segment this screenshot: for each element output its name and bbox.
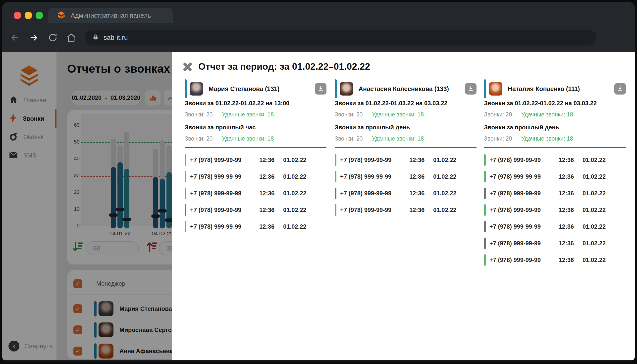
call-status-bar [484,188,486,199]
call-row[interactable]: +7 (978) 999-99-9912:3601.02.22 [484,204,626,216]
report-title: Отчет за период: за 01.02.22–01.02.22 [198,62,370,72]
calls-list: +7 (978) 999-99-9912:3601.02.22+7 (978) … [484,154,626,266]
success-calls-count: Удачные звонки: 18 [521,111,573,118]
call-date: 01.02.22 [582,240,606,247]
browser-tab[interactable]: Административная панель [48,8,173,23]
call-status-bar [335,188,336,199]
call-row[interactable]: +7 (978) 999-99-9912:3601.02.22 [185,187,326,200]
download-report-button[interactable] [315,83,326,94]
report-section-stats: Звонки: 20Удачные звонки: 18 [185,111,326,118]
calls-count: Звонки: 20 [484,111,521,118]
column-divider [484,147,626,148]
call-phone: +7 (978) 999-99-99 [490,206,558,214]
success-calls-count: Удачные звонки: 18 [372,111,424,118]
home-button[interactable] [64,30,78,44]
calls-list: +7 (978) 999-99-9912:3601.02.22+7 (978) … [185,154,326,233]
call-time: 12:36 [259,190,278,197]
call-phone: +7 (978) 999-99-99 [190,206,259,214]
call-time: 12:36 [409,173,428,180]
manager-name: Мария Степанова (131) [208,85,280,92]
reload-button[interactable] [46,30,60,44]
report-column: Анастасия Колесникова (133)Звонки за 01.… [335,79,476,220]
report-section-stats: Звонки: 20Удачные звонки: 18 [484,135,626,142]
manager-name: Наталия Копаенко (111) [508,85,580,92]
call-row[interactable]: +7 (978) 999-99-9912:3601.02.22 [185,204,326,216]
success-calls-count: Удачные звонки: 18 [222,135,274,142]
report-section-title: Звонки за 01.02.22-01.02.22 на 13:00 [185,100,326,107]
download-report-button[interactable] [614,83,626,94]
call-row[interactable]: +7 (978) 999-99-9912:3601.02.22 [185,220,326,233]
call-phone: +7 (978) 999-99-99 [490,190,558,197]
window-bottom-bezel [2,360,635,362]
calls-count: Звонки: 20 [484,135,521,142]
call-phone: +7 (978) 999-99-99 [490,256,558,264]
call-row[interactable]: +7 (978) 999-99-9912:3601.02.22 [484,254,626,266]
report-section-title: Звонки за прошлый день [335,124,476,131]
call-time: 12:36 [558,223,578,230]
manager-avatar [489,82,502,96]
call-time: 12:36 [558,256,578,264]
call-row[interactable]: +7 (978) 999-99-9912:3601.02.22 [484,237,626,250]
window-zoom-button[interactable] [36,12,43,19]
window-minimize-button[interactable] [25,12,32,19]
call-row[interactable]: +7 (978) 999-99-9912:3601.02.22 [335,154,476,166]
favicon-layers-icon [57,11,66,21]
call-date: 01.02.22 [582,223,606,230]
call-time: 12:36 [259,173,278,180]
call-row[interactable]: +7 (978) 999-99-9912:3601.02.22 [335,204,476,216]
column-divider [185,147,326,148]
call-status-bar [335,204,336,216]
call-status-bar [484,238,486,249]
call-status-bar [185,188,186,199]
call-row[interactable]: +7 (978) 999-99-9912:3601.02.22 [484,154,626,166]
download-icon [468,85,474,92]
call-time: 12:36 [259,223,278,230]
call-row[interactable]: +7 (978) 999-99-9912:3601.02.22 [185,170,326,183]
call-date: 01.02.22 [582,206,606,214]
call-phone: +7 (978) 999-99-99 [340,190,409,197]
calls-count: Звонки: 20 [185,111,222,118]
page-viewport: ГлавнаяЗвонкиOkdeskSMS ‹ Свернуть Отчеты… [2,52,635,360]
report-drawer: Отчет за период: за 01.02.22–01.02.22 Ма… [172,52,635,360]
tab-title: Административная панель [71,12,151,20]
call-phone: +7 (978) 999-99-99 [190,173,259,180]
close-icon[interactable] [183,62,192,72]
url-bar[interactable]: sab-it.ru [84,30,596,46]
report-column-header: Мария Степанова (131) [185,79,326,98]
call-date: 01.02.22 [283,156,306,164]
call-status-bar [185,204,186,216]
back-button[interactable] [8,30,22,44]
report-section-title: Звонки за 01.02.22-01.03.22 на 03.03.22 [335,100,476,107]
call-phone: +7 (978) 999-99-99 [490,240,558,247]
call-date: 01.02.22 [433,190,456,197]
call-date: 01.02.22 [283,206,306,214]
column-divider [335,147,476,148]
calls-list: +7 (978) 999-99-9912:3601.02.22+7 (978) … [335,154,476,216]
forward-button[interactable] [27,30,41,44]
call-time: 12:36 [558,156,578,164]
call-status-bar [484,204,486,216]
download-report-button[interactable] [465,83,476,94]
call-time: 12:36 [409,190,428,197]
call-row[interactable]: +7 (978) 999-99-9912:3601.02.22 [484,187,626,200]
report-column: Мария Степанова (131)Звонки за 01.02.22-… [185,79,326,237]
report-section-title: Звонки за прошлый час [185,124,326,131]
call-row[interactable]: +7 (978) 999-99-9912:3601.02.22 [335,187,476,200]
call-time: 12:36 [259,206,278,214]
call-time: 12:36 [409,156,428,164]
browser-titlebar: Административная панель [2,2,635,23]
call-row[interactable]: +7 (978) 999-99-9912:3601.02.22 [335,170,476,183]
call-phone: +7 (978) 999-99-99 [190,223,259,230]
url-text: sab-it.ru [104,34,128,42]
call-time: 12:36 [558,190,578,197]
call-row[interactable]: +7 (978) 999-99-9912:3601.02.22 [484,170,626,183]
call-status-bar [484,254,486,266]
window-close-button[interactable] [14,12,21,19]
call-date: 01.02.22 [283,173,306,180]
call-row[interactable]: +7 (978) 999-99-9912:3601.02.22 [185,154,326,166]
calls-count: Звонки: 20 [335,135,372,142]
call-date: 01.02.22 [582,156,606,164]
call-status-bar [185,154,186,166]
call-row[interactable]: +7 (978) 999-99-9912:3601.02.22 [484,220,626,233]
calls-count: Звонки: 20 [335,111,372,118]
